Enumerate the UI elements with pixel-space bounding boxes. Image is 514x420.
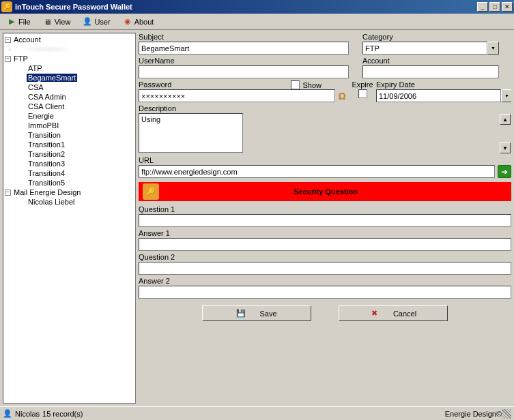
tree-node-child: · bbox=[5, 44, 134, 54]
chevron-down-icon[interactable]: ▼ bbox=[501, 89, 511, 102]
show-checkbox[interactable] bbox=[291, 80, 300, 89]
resize-grip[interactable] bbox=[502, 409, 511, 419]
monitor-icon: 🖥 bbox=[43, 17, 53, 27]
menubar: ▶ File 🖥 View 👤 User ◉ About bbox=[0, 14, 514, 30]
question2-input[interactable] bbox=[139, 262, 511, 275]
tree-node-ftp-child[interactable]: Energie bbox=[5, 111, 134, 121]
password-input[interactable] bbox=[139, 89, 335, 102]
tree-node-ftp-child[interactable]: Transition2 bbox=[5, 149, 134, 159]
form-panel: Subject Category ▼ UserName Account bbox=[139, 33, 511, 404]
tree-node-ftp-child[interactable]: Transition5 bbox=[5, 178, 134, 188]
redacted-item bbox=[27, 46, 68, 52]
tree-label-account: Account bbox=[12, 35, 42, 44]
expirydate-input[interactable] bbox=[376, 89, 501, 102]
menu-view[interactable]: 🖥 View bbox=[39, 16, 75, 28]
category-label: Category bbox=[362, 33, 499, 41]
tree-node-mail-child[interactable]: Nicolas Liebel bbox=[5, 197, 134, 207]
chevron-down-icon[interactable]: ▼ bbox=[487, 42, 499, 55]
tree-node-ftp-child[interactable]: Transition bbox=[5, 130, 134, 140]
tree-node-ftp-child[interactable]: BegameSmart bbox=[5, 73, 134, 82]
tree-label: CSA bbox=[27, 83, 45, 91]
save-icon: 💾 bbox=[236, 309, 246, 318]
omega-icon[interactable]: Ω bbox=[335, 89, 349, 102]
password-label: Password bbox=[139, 80, 284, 89]
tree-node-mail[interactable]: − Mail Energie Design bbox=[5, 188, 134, 197]
status-user: Nicolas bbox=[15, 410, 40, 418]
description-input[interactable] bbox=[139, 113, 243, 153]
tree-node-account[interactable]: − Account bbox=[5, 35, 134, 44]
status-copyright: Energie Design© bbox=[445, 410, 502, 418]
category-select[interactable] bbox=[362, 42, 487, 55]
tree-label: CSA Client bbox=[27, 102, 66, 110]
menu-file-label: File bbox=[18, 18, 31, 26]
cancel-button-label: Cancel bbox=[393, 310, 416, 318]
minimize-button[interactable]: _ bbox=[477, 2, 488, 12]
tree-node-ftp-child[interactable]: ATP bbox=[5, 63, 134, 73]
security-question-header: 🔑 Security Question bbox=[139, 182, 511, 201]
titlebar: 🔑 inTouch Secure Password Wallet _ □ ✕ bbox=[0, 0, 514, 14]
answer1-label: Answer 1 bbox=[139, 229, 511, 237]
tree-label-ftp: FTP bbox=[12, 55, 29, 63]
tree-label: Transition4 bbox=[27, 169, 66, 177]
tree-node-ftp-child[interactable]: Transition3 bbox=[5, 159, 134, 168]
menu-user-label: User bbox=[94, 18, 110, 26]
expire-label: Expire bbox=[352, 80, 373, 89]
scroll-up-icon[interactable]: ▲ bbox=[500, 114, 511, 125]
tree-label: Transition5 bbox=[27, 179, 66, 187]
subject-label: Subject bbox=[139, 33, 349, 41]
status-records: 15 record(s) bbox=[42, 410, 83, 418]
tree-label: BegameSmart bbox=[27, 74, 77, 82]
tree-label: ImmoPBI bbox=[27, 121, 60, 130]
description-label: Description bbox=[139, 104, 511, 112]
tree-label: Transition3 bbox=[27, 160, 66, 168]
show-label: Show bbox=[302, 81, 322, 89]
answer1-input[interactable] bbox=[139, 238, 511, 251]
main-content: − Account · − FTP ATPBegameSmartCSACSA A… bbox=[0, 30, 514, 406]
tree-node-ftp-child[interactable]: Transition1 bbox=[5, 140, 134, 149]
collapse-icon[interactable]: − bbox=[5, 37, 11, 43]
tree-label: Transition1 bbox=[27, 140, 66, 149]
tree-node-ftp-child[interactable]: Transition4 bbox=[5, 168, 134, 178]
tree-node-ftp-child[interactable]: CSA Client bbox=[5, 102, 134, 111]
url-label: URL bbox=[139, 156, 511, 164]
user-icon: 👤 bbox=[83, 17, 92, 27]
menu-user[interactable]: 👤 User bbox=[78, 16, 114, 28]
app-icon: 🔑 bbox=[1, 1, 12, 12]
question1-label: Question 1 bbox=[139, 205, 511, 213]
security-question-title: Security Question bbox=[163, 188, 511, 196]
expirydate-label: Expiry Date bbox=[376, 80, 511, 89]
subject-input[interactable] bbox=[139, 42, 349, 55]
tree-node-ftp-child[interactable]: CSA Admin bbox=[5, 92, 134, 102]
expire-checkbox[interactable] bbox=[358, 89, 367, 98]
save-button[interactable]: 💾 Save bbox=[202, 305, 311, 321]
menu-about[interactable]: ◉ About bbox=[119, 16, 158, 28]
account-input[interactable] bbox=[362, 65, 499, 78]
play-icon: ▶ bbox=[7, 17, 16, 27]
answer2-input[interactable] bbox=[139, 286, 511, 299]
tree-panel[interactable]: − Account · − FTP ATPBegameSmartCSACSA A… bbox=[3, 33, 136, 404]
tree-node-ftp[interactable]: − FTP bbox=[5, 54, 134, 63]
tree-node-ftp-child[interactable]: CSA bbox=[5, 82, 134, 92]
tree-label: CSA Admin bbox=[27, 93, 68, 101]
tree-label: Transition2 bbox=[27, 150, 66, 158]
tree-label-mail: Mail Energie Design bbox=[12, 188, 82, 196]
collapse-icon[interactable]: − bbox=[5, 56, 11, 62]
close-button[interactable]: ✕ bbox=[502, 2, 513, 12]
cancel-button[interactable]: ✖ Cancel bbox=[339, 305, 448, 321]
url-input[interactable] bbox=[139, 165, 495, 178]
collapse-icon[interactable]: − bbox=[5, 190, 11, 196]
tree-node-ftp-child[interactable]: ImmoPBI bbox=[5, 121, 134, 130]
question1-input[interactable] bbox=[139, 214, 511, 227]
window-title: inTouch Secure Password Wallet bbox=[15, 3, 477, 11]
tree-label: ATP bbox=[27, 64, 44, 72]
tree-label-mail-child: Nicolas Liebel bbox=[27, 198, 76, 206]
key-icon: 🔑 bbox=[143, 183, 159, 200]
question2-label: Question 2 bbox=[139, 253, 511, 261]
maximize-button[interactable]: □ bbox=[489, 2, 500, 12]
menu-view-label: View bbox=[55, 18, 71, 26]
answer2-label: Answer 2 bbox=[139, 277, 511, 285]
menu-file[interactable]: ▶ File bbox=[3, 16, 35, 28]
scroll-down-icon[interactable]: ▼ bbox=[500, 142, 511, 153]
username-input[interactable] bbox=[139, 65, 349, 78]
go-arrow-icon[interactable]: ➜ bbox=[498, 165, 511, 178]
